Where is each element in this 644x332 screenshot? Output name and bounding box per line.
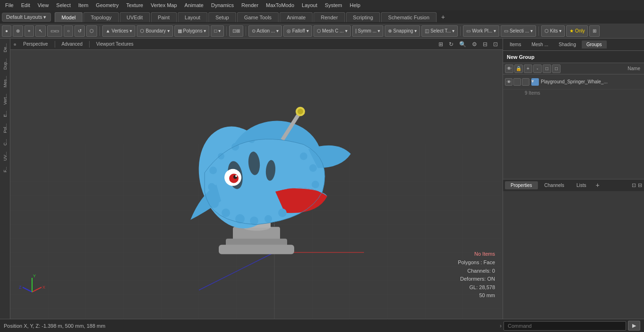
toolbar-rotate-btn[interactable]: ↺ [74,25,85,37]
viewport-perspective[interactable]: Perspective [20,40,50,48]
left-tab-3[interactable]: Vert... [1,91,9,108]
menu-view[interactable]: View [34,1,52,9]
menu-geometry[interactable]: Geometry [92,1,122,9]
menu-item[interactable]: Item [75,1,91,9]
toolbar-workplane-btn[interactable]: ▭ Work Pl... ▾ [463,25,499,37]
rp-tab-groups[interactable]: Groups [582,40,607,49]
menu-texture[interactable]: Texture [123,1,147,9]
toolbar-select-btn[interactable]: ● [2,25,11,37]
menu-help[interactable]: Help [347,1,364,9]
toolbar-arrow-btn[interactable]: ↖ [35,25,46,37]
bp-tab-properties[interactable]: Properties [505,181,538,189]
menu-vertex-map[interactable]: Vertex Map [148,1,181,9]
bp-tab-channels[interactable]: Channels [539,181,570,189]
tab-animate[interactable]: Animate [280,12,313,22]
menu-render[interactable]: Render [238,1,262,9]
left-tab-0[interactable]: De... [1,40,9,55]
command-exec-btn[interactable]: ▶ [628,321,640,331]
left-tab-1[interactable]: Dup... [1,56,9,73]
viewport-advanced[interactable]: Advanced [59,40,85,48]
layout-selector[interactable]: Default Layouts ▾ [2,13,51,22]
toolbar-crosshair-btn[interactable]: ⊕ [13,25,23,37]
toolbar-mesh-btn[interactable]: ⬡ Mesh C ... ▾ [314,25,351,37]
command-input[interactable] [504,321,626,331]
tab-schematic-fusion[interactable]: Schematic Fusion [381,12,436,22]
rp-tab-shading[interactable]: Shading [554,40,581,49]
viewport[interactable]: ● Perspective Advanced Viewport Textures… [10,39,503,319]
vp-camera-icon[interactable]: ⊞ [437,40,445,49]
groups-btn-remove[interactable]: - [533,65,542,73]
groups-btn-eye[interactable]: 👁 [505,65,513,73]
left-tab-4[interactable]: E... [1,108,9,120]
groups-item-count: 9 Items [503,89,644,97]
bp-expand-icon[interactable]: ⊡ [632,182,636,188]
tab-scripting[interactable]: Scripting [346,12,380,22]
left-tab-7[interactable]: UV... [1,149,9,163]
vp-settings-icon[interactable]: ⚙ [470,40,479,49]
tab-model[interactable]: Model [55,12,83,22]
menu-maxtomodo[interactable]: MaxToModo [263,1,297,9]
toolbar-target-btn[interactable]: ⌖ [25,25,34,37]
tab-uvedit[interactable]: UVEdit [120,12,150,22]
menu-system[interactable]: System [322,1,346,9]
groups-item-whale[interactable]: 👁 ▾ Playground_Springer_Whale_... [503,74,644,89]
groups-btn-lock[interactable]: 🔒 [514,65,523,73]
status-gl: GL: 28,578 [458,283,495,292]
menu-edit[interactable]: Edit [18,1,33,9]
viewport-canvas[interactable]: No Items Polygons : Face Channels: 0 Def… [10,50,503,319]
groups-btn-sq1[interactable]: □ [543,65,551,73]
left-tab-8[interactable]: F... [1,164,9,175]
bp-maximize-icon[interactable]: ⊟ [638,182,642,188]
tab-add[interactable]: + [438,12,449,22]
vp-expand-icon[interactable]: ⊡ [491,40,500,49]
vp-maximize-icon[interactable]: ⊟ [481,40,489,49]
toolbar-hex-btn[interactable]: ⬡ [86,25,97,37]
tab-paint[interactable]: Paint [151,12,177,22]
groups-btn-sq2[interactable]: □ [552,65,561,73]
left-tab-2[interactable]: Mes... [1,73,9,90]
toolbar-select-t-btn[interactable]: ◫ Select T... ▾ [421,25,458,37]
rp-tab-items[interactable]: Items [505,40,526,49]
vp-search-icon[interactable]: 🔍 [457,40,468,49]
menu-select[interactable]: Select [53,1,74,9]
left-tab-6[interactable]: C... [1,136,9,148]
toolbar-kits-btn[interactable]: ⬡ Kits ▾ [541,25,565,37]
tab-topology[interactable]: Topology [83,12,118,22]
toolbar-vertices-btn[interactable]: ▲ ▲ VerticesVertices ▾ [102,25,135,37]
left-tab-5[interactable]: Pol... [1,121,9,136]
bp-tab-add[interactable]: + [593,181,602,189]
groups-list[interactable]: 👁 ▾ Playground_Springer_Whale_... 9 Item… [503,74,644,179]
tab-game-tools[interactable]: Game Tools [237,12,279,22]
right-panel: Items Mesh ... Shading Groups New Group … [503,39,644,319]
viewport-textures[interactable]: Viewport Textures [93,40,136,48]
rp-tab-mesh[interactable]: Mesh ... [527,40,553,49]
toolbar-falloff-btn[interactable]: ◎ Falloff ▾ [283,25,312,37]
groups-sq1-btn[interactable] [522,78,529,86]
toolbar-circle-btn[interactable]: ○ [64,25,73,37]
toolbar-expand-btn[interactable]: ⊞ [589,25,600,37]
toolbar-toggle-btn[interactable]: ⊡⊞ [229,25,243,37]
toolbar-symm-btn[interactable]: | Symm ... ▾ [352,25,384,37]
menu-file[interactable]: File [2,1,17,9]
toolbar-rects-btn[interactable]: ▭▭ [47,25,62,37]
tab-setup[interactable]: Setup [208,12,236,22]
toolbar-star-btn[interactable]: ★ Only [566,25,588,37]
groups-col-header: Name [626,66,642,71]
toolbar-mode-btn[interactable]: □ ▾ [211,25,224,37]
groups-lock-btn[interactable] [513,78,521,86]
toolbar-snapping-btn[interactable]: ⊕ Snapping ▾ [385,25,420,37]
groups-btn-add[interactable]: + [524,65,532,73]
toolbar-boundary-btn[interactable]: ⬡ Boundary ▾ [137,25,173,37]
whale-model [143,88,370,267]
toolbar-selection-btn[interactable]: ▭ Selecti ... ▾ [501,25,536,37]
bp-tab-lists[interactable]: Lists [571,181,592,189]
tab-render[interactable]: Render [314,12,345,22]
tab-layout[interactable]: Layout [178,12,207,22]
toolbar-action-btn[interactable]: ⊙ Action ... ▾ [248,25,282,37]
menu-animate[interactable]: Animate [181,1,206,9]
menu-dynamics[interactable]: Dynamics [208,1,237,9]
toolbar-polygons-btn[interactable]: ▦ Polygons ▾ [174,25,210,37]
vp-refresh-icon[interactable]: ↻ [447,40,455,49]
groups-eye-btn[interactable]: 👁 [505,78,512,86]
menu-layout[interactable]: Layout [298,1,321,9]
